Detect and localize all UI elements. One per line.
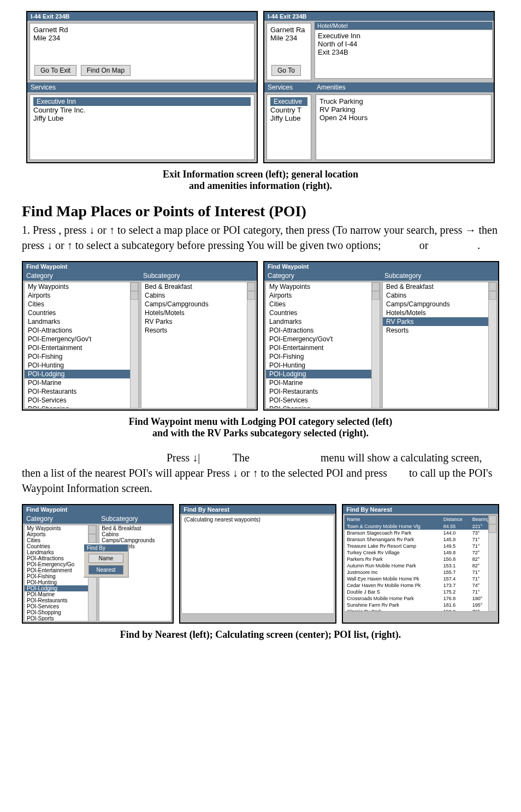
list-item[interactable]: RV Parks [141, 317, 255, 326]
scrollbar[interactable] [488, 282, 496, 408]
list-item[interactable]: Camps/Campgrounds [99, 537, 171, 543]
table-row[interactable]: Town & Country Mobile Home Vlg84.55221° [345, 523, 496, 530]
list-item[interactable]: POI-Marine [25, 591, 96, 597]
poi-list-screenshot: Find By Nearest Name Distance Bearing To… [342, 504, 499, 624]
table-row[interactable]: Sunshine Farm Rv Park181.6195° [345, 602, 496, 608]
subcategory-list[interactable]: Bed & BreakfastCabinsCamps/CampgroundsHo… [141, 282, 256, 408]
figure1-row: I-44 Exit 234B Garnett Rd Mile 234 Go To… [22, 11, 499, 163]
category-list[interactable]: My WaypointsAirportsCitiesCountriesLandm… [24, 282, 139, 408]
list-item[interactable]: POI-Attractions [25, 326, 138, 335]
list-item[interactable]: POI-Marine [25, 378, 138, 387]
list-item[interactable]: My Waypoints [25, 525, 96, 531]
list-item[interactable]: POI-Shopping [25, 405, 138, 408]
service-item[interactable]: Executive Inn [33, 97, 251, 106]
list-item[interactable]: My Waypoints [25, 282, 138, 291]
list-item[interactable]: Cabins [99, 531, 171, 537]
list-item[interactable]: POI-Restaurants [266, 387, 380, 396]
list-item[interactable]: POI-Emergency/Gov't [266, 335, 380, 343]
category-header: Category [264, 271, 381, 281]
service-item[interactable]: Jiffy Lube [33, 114, 251, 122]
list-item[interactable]: POI-Marine [266, 378, 380, 387]
list-item[interactable]: Cities [266, 300, 380, 309]
list-item[interactable]: POI-Hunting [25, 579, 96, 585]
find-on-map-button[interactable]: Find On Map [81, 65, 131, 76]
list-item[interactable]: POI-Lodging [25, 585, 96, 591]
list-item[interactable]: Camps/Campgrounds [383, 300, 496, 309]
service-item[interactable]: Executive [270, 97, 307, 106]
list-item[interactable]: Bed & Breakfast [99, 525, 171, 531]
list-item[interactable]: POI-Restaurants [25, 387, 138, 396]
services-header: Services [264, 82, 313, 92]
table-row[interactable]: Wall Eye Haven Mobile Home Pk157.471° [345, 576, 496, 582]
list-item[interactable]: Hotels/Motels [141, 309, 255, 317]
table-row[interactable]: Justmoore Inc155.771° [345, 569, 496, 576]
list-item[interactable]: Bed & Breakfast [383, 282, 496, 291]
list-item[interactable]: POI-Entertainment [266, 343, 380, 352]
list-item[interactable]: Resorts [383, 326, 496, 335]
list-item[interactable]: Landmarks [25, 317, 138, 326]
list-item[interactable]: POI-Attractions [266, 326, 380, 335]
list-item[interactable]: POI-Hunting [25, 361, 138, 370]
list-item[interactable]: Countries [25, 309, 138, 317]
list-item[interactable]: Cities [25, 300, 138, 309]
name-button[interactable]: Name [88, 554, 123, 563]
service-item[interactable]: Jiffy Lube [270, 114, 307, 122]
list-item[interactable]: POI-Restaurants [25, 597, 96, 603]
hotel-name: Executive Inn [318, 32, 489, 40]
services-list: Executive Inn Country Tire Inc. Jiffy Lu… [29, 94, 254, 160]
list-item[interactable]: Camps/Campgrounds [141, 300, 255, 309]
list-item[interactable]: POI-Services [25, 396, 138, 405]
list-item[interactable]: Hotels/Motels [383, 309, 496, 317]
list-item[interactable]: Resorts [141, 326, 255, 335]
figure3-caption: Find by Nearest (left); Calculating scre… [22, 629, 499, 641]
table-row[interactable]: Parkers Rv Park150.882° [345, 556, 496, 562]
calculating-screenshot: Find By Nearest (Calculating nearest way… [179, 504, 336, 624]
list-item[interactable]: POI-Lodging [25, 370, 138, 378]
list-item[interactable]: Bed & Breakfast [141, 282, 255, 291]
service-item[interactable]: Country Tire Inc. [33, 106, 251, 114]
nearest-button[interactable]: Nearest [88, 565, 123, 574]
scrollbar[interactable] [247, 282, 255, 408]
scrollbar[interactable] [371, 282, 380, 408]
table-row[interactable]: Branson Shenanigans Rv Park145.971° [345, 536, 496, 543]
list-item[interactable]: POI-Fishing [25, 352, 138, 361]
table-row[interactable]: Classic Rv Park192.976° [345, 608, 496, 612]
service-item[interactable]: Country T [270, 106, 307, 114]
list-item[interactable]: POI-Fishing [266, 352, 380, 361]
table-row[interactable]: Branson Stagecoach Rv Park144.073° [345, 530, 496, 536]
list-item[interactable]: Airports [25, 291, 138, 300]
list-item[interactable]: POI-Hunting [266, 361, 380, 370]
list-item[interactable]: POI-Entertainment [25, 343, 138, 352]
list-item[interactable]: Countries [266, 309, 380, 317]
table-row[interactable]: Double J Bar S175.271° [345, 589, 496, 595]
list-item[interactable]: POI-Services [266, 396, 380, 405]
scrollbar[interactable] [130, 282, 138, 408]
list-item[interactable]: POI-Services [25, 603, 96, 609]
table-row[interactable]: Treasure Lake Rv Resort Camp149.571° [345, 543, 496, 549]
list-item[interactable]: Airports [266, 291, 380, 300]
subcategory-list[interactable]: Bed & BreakfastCabinsCamps/CampgroundsHo… [382, 282, 497, 408]
list-item[interactable]: POI-Sports [25, 615, 96, 621]
amenities-list: Truck Parking RV Parking Open 24 Hours [316, 94, 492, 160]
list-item[interactable]: POI-Emergency/Gov't [25, 335, 138, 343]
table-row[interactable]: Turkey Creek Rv Village149.872° [345, 549, 496, 556]
calculating-message: (Calculating nearest waypoints) [181, 515, 334, 614]
scrollbar[interactable] [488, 515, 496, 611]
category-list[interactable]: My WaypointsAirportsCitiesCountriesLandm… [265, 282, 380, 408]
list-item[interactable]: POI-Shopping [266, 405, 380, 408]
list-item[interactable]: POI-Lodging [266, 370, 380, 378]
poi-results-table[interactable]: Name Distance Bearing Town & Country Mob… [345, 515, 496, 612]
table-row[interactable]: Crossroads Mobile Home Park176.8190° [345, 595, 496, 602]
table-row[interactable]: Cedar Haven Rv Mobile Home Pk173.774° [345, 582, 496, 589]
list-item[interactable]: Landmarks [266, 317, 380, 326]
list-item[interactable]: Cabins [383, 291, 496, 300]
go-to-button[interactable]: Go To [271, 65, 301, 76]
list-item[interactable]: My Waypoints [266, 282, 380, 291]
list-item[interactable]: Airports [25, 531, 96, 537]
list-item[interactable]: RV Parks [383, 317, 496, 326]
table-row[interactable]: Autumn Run Mobile Home Park153.182° [345, 562, 496, 569]
list-item[interactable]: Cabins [141, 291, 255, 300]
list-item[interactable]: POI-Shopping [25, 609, 96, 615]
list-item[interactable]: Cities [25, 537, 96, 543]
go-to-exit-button[interactable]: Go To Exit [34, 65, 76, 76]
